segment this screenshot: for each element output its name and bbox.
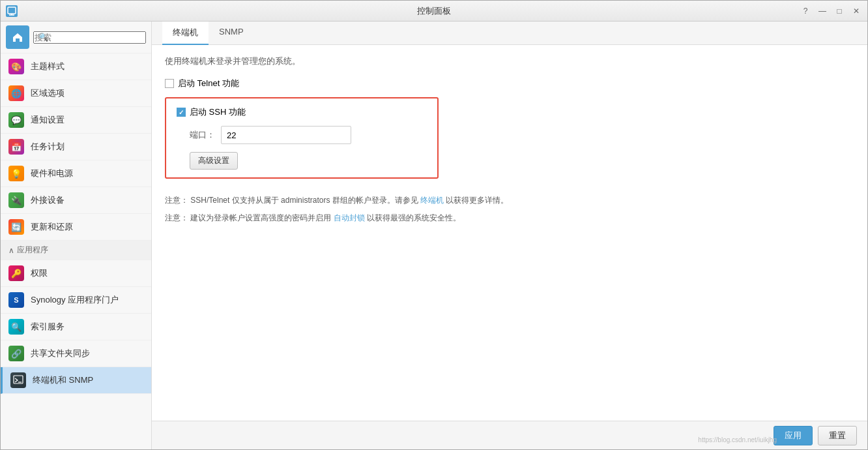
ssh-section: 启动 SSH 功能 端口： 高级设置 — [165, 97, 439, 179]
note1-suffix: 以获得更多详情。 — [444, 196, 508, 205]
share-icon: 🔗 — [8, 346, 24, 361]
sidebar-item-external[interactable]: 🔌 外接设备 — [1, 187, 151, 214]
title-bar: 控制面板 ? — □ ✕ — [1, 1, 867, 22]
sidebar-item-hardware[interactable]: 💡 硬件和电源 — [1, 160, 151, 187]
sidebar-item-share[interactable]: 🔗 共享文件夹同步 — [1, 340, 151, 367]
close-button[interactable]: ✕ — [850, 5, 862, 17]
bottom-bar: https://blog.csdn.net/iuikjhg 应用 重置 — [152, 421, 867, 449]
tabs-bar: 终端机 SNMP — [152, 22, 867, 45]
sidebar-item-permissions[interactable]: 🔑 权限 — [1, 260, 151, 287]
note2-suffix: 以获得最强的系统安全性。 — [365, 213, 461, 222]
port-input[interactable] — [221, 126, 351, 144]
sidebar-item-label: 硬件和电源 — [31, 168, 73, 179]
sidebar-item-label: 通知设置 — [31, 114, 65, 126]
ssh-checkbox[interactable] — [177, 108, 186, 117]
advanced-settings-button[interactable]: 高级设置 — [190, 152, 238, 170]
apply-button[interactable]: 应用 — [774, 426, 813, 445]
sidebar-item-region[interactable]: 🌐 区域选项 — [1, 80, 151, 107]
maximize-button[interactable]: □ — [833, 5, 845, 17]
perm-icon: 🔑 — [8, 265, 24, 281]
window-controls: ? — □ ✕ — [800, 5, 862, 17]
sidebar-item-label: 终端机和 SNMP — [33, 374, 93, 386]
terminal-icon — [10, 372, 26, 388]
ssh-checkbox-wrap[interactable]: 启动 SSH 功能 — [177, 106, 246, 118]
note2-prefix: 注意： 建议为登录帐户设置高强度的密码并启用 — [165, 213, 334, 222]
apps-section-header[interactable]: ∧ 应用程序 — [1, 241, 151, 260]
sidebar-item-index[interactable]: 🔍 索引服务 — [1, 314, 151, 340]
sidebar: 🔍 🎨 主题样式 🌐 区域选项 💬 通知设置 📅 任务计划 — [1, 22, 152, 449]
sidebar-item-label: 区域选项 — [31, 87, 65, 99]
note1-prefix: 注意： SSH/Telnet 仅支持从属于 administrators 群组的… — [165, 196, 420, 205]
sidebar-item-label: 主题样式 — [31, 61, 65, 72]
sidebar-item-update[interactable]: 🔄 更新和还原 — [1, 214, 151, 241]
search-icon: 🔍 — [38, 33, 48, 42]
apps-section-label: 应用程序 — [17, 245, 48, 256]
telnet-option-row: 启动 Telnet 功能 — [165, 78, 854, 89]
content-area: 🔍 🎨 主题样式 🌐 区域选项 💬 通知设置 📅 任务计划 — [1, 22, 867, 449]
home-button[interactable] — [6, 25, 29, 49]
ssh-header: 启动 SSH 功能 — [177, 106, 427, 118]
synology-icon: S — [8, 292, 24, 308]
sidebar-item-label: Synology 应用程序门户 — [31, 294, 119, 306]
region-icon: 🌐 — [8, 85, 24, 101]
sidebar-item-terminal[interactable]: 终端机和 SNMP — [1, 367, 151, 394]
sidebar-item-task[interactable]: 📅 任务计划 — [1, 134, 151, 160]
telnet-checkbox-wrap[interactable]: 启动 Telnet 功能 — [165, 78, 239, 89]
title-bar-left — [6, 5, 18, 17]
sidebar-item-label: 共享文件夹同步 — [31, 348, 90, 359]
note1-link[interactable]: 终端机 — [420, 196, 444, 205]
task-icon: 📅 — [8, 139, 24, 155]
hw-icon: 💡 — [8, 166, 24, 181]
note1-text: 注意： SSH/Telnet 仅支持从属于 administrators 群组的… — [165, 194, 854, 207]
sidebar-item-label: 权限 — [31, 267, 48, 279]
watermark: https://blog.csdn.net/iuikjhg — [698, 436, 777, 443]
note2-text: 注意： 建议为登录帐户设置高强度的密码并启用 自动封锁 以获得最强的系统安全性。 — [165, 212, 854, 224]
description-text: 使用终端机来登录并管理您的系统。 — [165, 55, 854, 67]
tab-snmp[interactable]: SNMP — [209, 22, 254, 45]
sidebar-item-label: 外接设备 — [31, 194, 65, 206]
index-icon: 🔍 — [8, 319, 24, 335]
notify-icon: 💬 — [8, 112, 24, 128]
search-input[interactable] — [33, 31, 146, 44]
main-scroll-area: 使用终端机来登录并管理您的系统。 启动 Telnet 功能 启动 SSH 功能 — [152, 45, 867, 421]
tab-terminal[interactable]: 终端机 — [162, 22, 209, 45]
main-content: 终端机 SNMP 使用终端机来登录并管理您的系统。 启动 Telnet 功能 — [152, 22, 867, 449]
telnet-label: 启动 Telnet 功能 — [178, 78, 239, 89]
svg-rect-0 — [8, 7, 16, 14]
help-button[interactable]: ? — [800, 5, 811, 17]
sidebar-item-synology[interactable]: S Synology 应用程序门户 — [1, 287, 151, 314]
note-section: 注意： SSH/Telnet 仅支持从属于 administrators 群组的… — [165, 194, 854, 224]
update-icon: 🔄 — [8, 219, 24, 235]
sidebar-item-label: 任务计划 — [31, 141, 65, 153]
app-icon — [6, 5, 18, 17]
sidebar-item-theme[interactable]: 🎨 主题样式 — [1, 53, 151, 80]
ssh-label: 启动 SSH 功能 — [190, 106, 246, 118]
telnet-checkbox[interactable] — [165, 79, 174, 88]
minimize-button[interactable]: — — [817, 5, 828, 17]
note2-link[interactable]: 自动封锁 — [334, 213, 365, 222]
sidebar-item-label: 更新和还原 — [31, 221, 73, 233]
port-label: 端口： — [190, 129, 216, 141]
window-title: 控制面板 — [417, 5, 451, 17]
chevron-up-icon: ∧ — [8, 246, 14, 255]
sidebar-home: 🔍 — [1, 22, 151, 53]
theme-icon: 🎨 — [8, 59, 24, 74]
port-row: 端口： — [190, 126, 427, 144]
ext-icon: 🔌 — [8, 192, 24, 208]
reset-button[interactable]: 重置 — [818, 426, 857, 445]
sidebar-item-label: 索引服务 — [31, 321, 65, 333]
sidebar-item-notify[interactable]: 💬 通知设置 — [1, 107, 151, 134]
